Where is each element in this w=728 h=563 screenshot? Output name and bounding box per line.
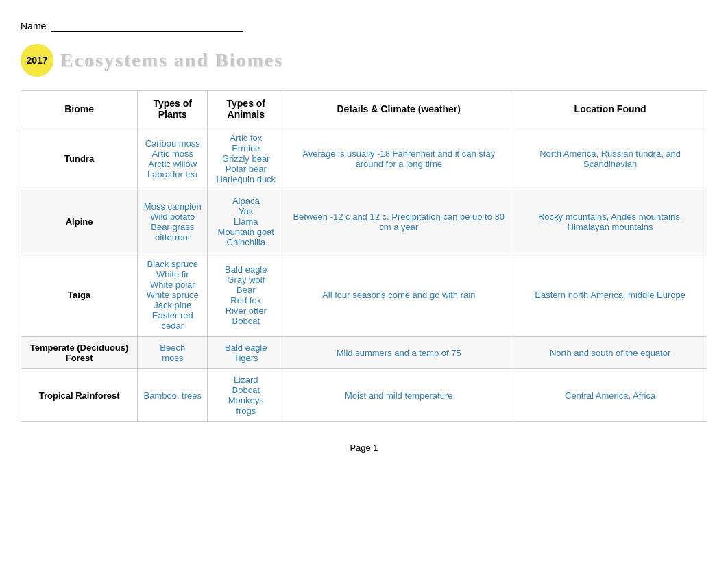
- table-row: TaigaBlack spruceWhite firWhite polarWhi…: [21, 253, 707, 337]
- year-badge: 2017: [21, 44, 53, 77]
- cell-biome-4: Tropical Rainforest: [21, 369, 138, 422]
- cell-location-4: Central America, Africa: [513, 369, 707, 422]
- cell-biome-3: Temperate (Deciduous) Forest: [21, 337, 138, 369]
- title-row: 2017 Ecosystems and Biomes: [21, 44, 707, 77]
- cell-plants-3: Beechmoss: [138, 337, 208, 369]
- name-field[interactable]: [51, 21, 243, 32]
- cell-location-0: North America, Russian tundra, and Scand…: [513, 127, 707, 190]
- cell-animals-2: Bald eagleGray wolfBearRed foxRiver otte…: [208, 253, 284, 337]
- table-row: AlpineMoss campionWild potatoBear grassb…: [21, 190, 707, 253]
- table-row: TundraCaribou mossArtic mossArctic willo…: [21, 127, 707, 190]
- cell-plants-2: Black spruceWhite firWhite polarWhite sp…: [138, 253, 208, 337]
- table-row: Tropical RainforestBamboo, treesLizardBo…: [21, 369, 707, 422]
- page-container: Name 2017 Ecosystems and Biomes Biome Ty…: [0, 0, 728, 466]
- page-footer: Page 1: [21, 442, 707, 453]
- cell-biome-2: Taiga: [21, 253, 138, 337]
- cell-plants-1: Moss campionWild potatoBear grassbitterr…: [138, 190, 208, 253]
- name-line: Name: [21, 21, 707, 32]
- cell-climate-0: Average is usually -18 Fahrenheit and it…: [284, 127, 513, 190]
- page-title: Ecosystems and Biomes: [60, 49, 283, 71]
- table-header-row: Biome Types of Plants Types of Animals D…: [21, 91, 707, 127]
- biomes-table: Biome Types of Plants Types of Animals D…: [21, 90, 707, 422]
- cell-location-2: Eastern north America, middle Europe: [513, 253, 707, 337]
- cell-climate-1: Between -12 c and 12 c. Precipitation ca…: [284, 190, 513, 253]
- cell-climate-3: Mild summers and a temp of 75: [284, 337, 513, 369]
- cell-animals-1: AlpacaYakLlamaMountain goatChinchilla: [208, 190, 284, 253]
- name-label: Name: [21, 21, 46, 32]
- col-header-climate: Details & Climate (weather): [284, 91, 513, 127]
- cell-animals-0: Artic foxErmineGrizzly bearPolar bearHar…: [208, 127, 284, 190]
- cell-location-1: Rocky mountains, Andes mountains, Himala…: [513, 190, 707, 253]
- cell-location-3: North and south of the equator: [513, 337, 707, 369]
- cell-plants-4: Bamboo, trees: [138, 369, 208, 422]
- page-number: Page 1: [350, 442, 378, 453]
- cell-animals-4: LizardBobcatMonkeysfrogs: [208, 369, 284, 422]
- cell-climate-2: All four seasons come and go with rain: [284, 253, 513, 337]
- table-row: Temperate (Deciduous) ForestBeechmossBal…: [21, 337, 707, 369]
- cell-animals-3: Bald eagleTigers: [208, 337, 284, 369]
- col-header-animals: Types of Animals: [208, 91, 284, 127]
- cell-biome-0: Tundra: [21, 127, 138, 190]
- cell-climate-4: Moist and mild temperature: [284, 369, 513, 422]
- col-header-plants: Types of Plants: [138, 91, 208, 127]
- col-header-biome: Biome: [21, 91, 138, 127]
- cell-plants-0: Caribou mossArtic mossArctic willowLabra…: [138, 127, 208, 190]
- col-header-location: Location Found: [513, 91, 707, 127]
- cell-biome-1: Alpine: [21, 190, 138, 253]
